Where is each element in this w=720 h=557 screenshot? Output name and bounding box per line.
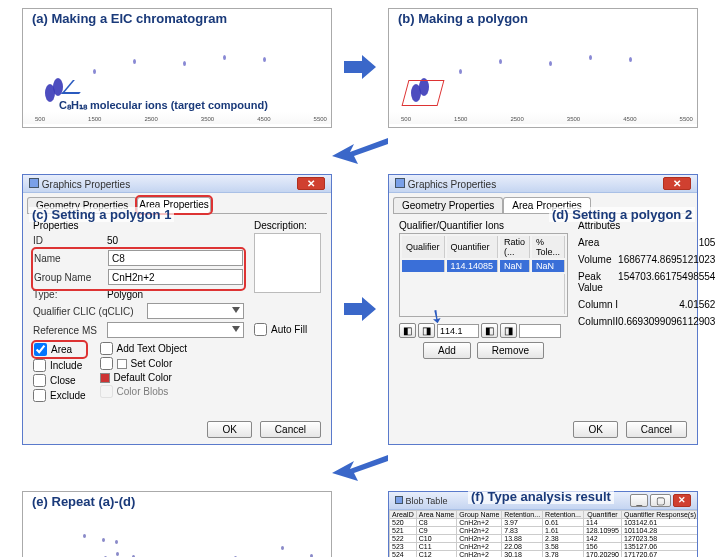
panel-e-label: (e) Repeat (a)-(d) (29, 494, 138, 509)
attr-row: ColumnII0.6693099096112903 (578, 316, 715, 327)
dialog-c: Graphics Properties ✕ Geometry Propertie… (22, 174, 332, 445)
tool-icon[interactable]: ◧ (399, 323, 416, 338)
attr-row: Area105 (578, 237, 715, 248)
panel-f-wrap: (f) Type analysis result Blob Table _ ▢ … (388, 491, 698, 557)
table-row[interactable]: 524C12CnH2n+230.183.78170.20290171720.67 (390, 551, 698, 558)
table-row[interactable]: 522C10CnH2n+213.882.38142127023.58 (390, 535, 698, 543)
app-icon (395, 496, 403, 504)
quantifier-row[interactable]: 114.14085 NaN NaN (402, 260, 565, 272)
app-icon (29, 178, 39, 188)
quantifier-table: Qualifier Quantifier Ratio (... % Tole..… (399, 233, 568, 317)
table-row[interactable]: 520C8CnH2n+23.970.61114103142.61 (390, 519, 698, 527)
result-col[interactable]: Group Name (457, 511, 502, 519)
result-col[interactable]: Retention... (502, 511, 543, 519)
autofill-check[interactable] (254, 323, 267, 336)
panel-a: (a) Making a EIC chromatogram C₈H₁₈ mole… (22, 8, 332, 128)
panel-f-label: (f) Type analysis result (468, 489, 614, 504)
include-check[interactable] (33, 359, 46, 372)
eic-plot-b: 50015002500350045005500 (389, 9, 697, 124)
id-label: ID (33, 235, 103, 246)
refms-select[interactable] (107, 322, 244, 338)
panel-e: (e) Repeat (a)-(d) 500150025003500450055… (22, 491, 332, 557)
target-annotation: C₈H₁₈ molecular ions (target compound) (59, 99, 268, 112)
dialog-d: Graphics Properties ✕ Geometry Propertie… (388, 174, 698, 445)
table-row[interactable]: 521C9CnH2n+27.831.61128.10995101104.28 (390, 527, 698, 535)
quant-input[interactable] (437, 324, 479, 338)
eic-plot-a: C₈H₁₈ molecular ions (target compound) 5… (23, 9, 331, 124)
attr-row: Peak Value154703.66175498554 (578, 271, 715, 293)
max-icon[interactable]: ▢ (650, 494, 671, 507)
name-label: Name (34, 253, 104, 264)
remove-button[interactable]: Remove (477, 342, 544, 359)
dialog-d-title: Graphics Properties (408, 179, 496, 190)
ok-button[interactable]: OK (207, 421, 251, 438)
tool-icon[interactable]: ◨ (500, 323, 517, 338)
qclic-select[interactable] (147, 303, 244, 319)
tool-icon[interactable]: ◧ (481, 323, 498, 338)
name-input[interactable] (108, 250, 243, 266)
attr-row: Volume1686774.8695121023 (578, 254, 715, 265)
cancel-button[interactable]: Cancel (626, 421, 687, 438)
close-icon[interactable]: ✕ (663, 177, 691, 190)
result-col[interactable]: Quantifier (583, 511, 621, 519)
result-col[interactable]: AreaID (390, 511, 417, 519)
panel-b-label: (b) Making a polygon (395, 11, 531, 26)
tab-geometry-d[interactable]: Geometry Properties (393, 197, 503, 213)
quant-input-2[interactable] (519, 324, 561, 338)
panel-a-label: (a) Making a EIC chromatogram (29, 11, 230, 26)
colorblobs-check (100, 385, 113, 398)
refms-label: Reference MS (33, 325, 103, 336)
area-check[interactable] (34, 343, 47, 356)
arrow-d-to-e (22, 455, 698, 481)
result-col[interactable]: Area Name (416, 511, 456, 519)
result-table: AreaIDArea NameGroup NameRetention...Ret… (389, 510, 697, 557)
result-title: Blob Table (406, 496, 448, 506)
exclude-check[interactable] (33, 389, 46, 402)
table-row[interactable]: 523C11CnH2n+222.083.58156135127.06 (390, 543, 698, 551)
id-value: 50 (107, 235, 118, 246)
close-icon[interactable]: ✕ (297, 177, 325, 190)
close-icon[interactable]: ✕ (673, 494, 691, 507)
type-value: Polygon (107, 289, 143, 300)
quant-header: Qualifier/Quantifier Ions (399, 220, 568, 231)
dialog-c-title: Graphics Properties (42, 179, 130, 190)
group-input[interactable] (108, 269, 243, 285)
group-label: Group Name (34, 272, 104, 283)
description-box[interactable] (254, 233, 321, 293)
addtext-check[interactable] (100, 342, 113, 355)
arrow-b-to-c (22, 138, 698, 164)
ok-button[interactable]: OK (573, 421, 617, 438)
result-col[interactable]: Retention... (543, 511, 584, 519)
close-check[interactable] (33, 374, 46, 387)
panel-d-label: (d) Setting a polygon 2 (549, 207, 695, 222)
setcolor-check[interactable] (100, 357, 113, 370)
result-col[interactable]: Quantifier Response(s) (622, 511, 698, 519)
attr-row: Column I4.01562 (578, 299, 715, 310)
type-label: Type: (33, 289, 103, 300)
description-label: Description: (254, 220, 321, 231)
qclic-label: Qualifier CLIC (qCLIC) (33, 306, 143, 317)
arrow-a-to-b (342, 53, 378, 83)
arrow-c-to-d (342, 295, 378, 325)
add-button[interactable]: Add (423, 342, 471, 359)
cancel-button[interactable]: Cancel (260, 421, 321, 438)
min-icon[interactable]: _ (630, 494, 648, 507)
panel-c-label: (c) Setting a polygon 1 (29, 207, 174, 222)
app-icon (395, 178, 405, 188)
panel-b: (b) Making a polygon 5001500250035004500… (388, 8, 698, 128)
